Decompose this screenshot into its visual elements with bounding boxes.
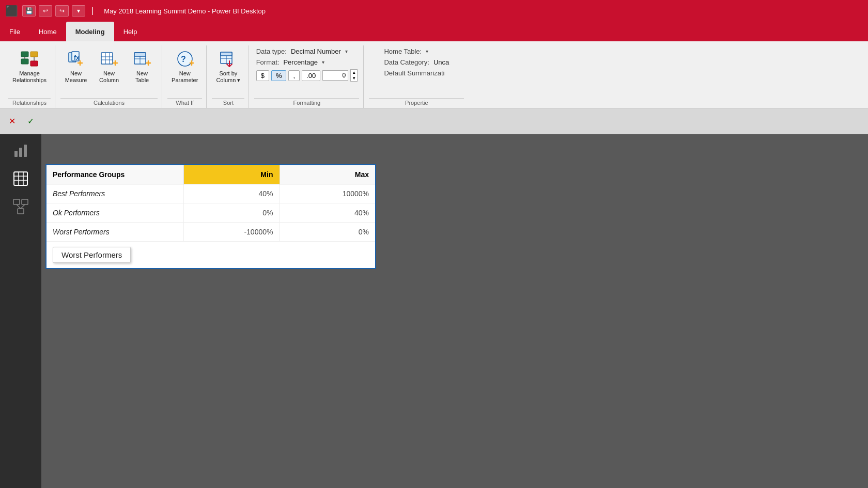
data-category-row: Data Category: Unca: [384, 58, 449, 66]
title-bar: ⬛ 💾 ↩ ↪ ▾ | May 2018 Learning Summit Dem…: [0, 0, 868, 22]
manage-relationships-button[interactable]: ManageRelationships: [8, 48, 51, 86]
formatting-group-label: Formatting: [254, 98, 359, 108]
data-type-arrow[interactable]: ▾: [345, 49, 348, 54]
menu-file[interactable]: File: [0, 22, 29, 41]
table-row: Best Performers 40% 10000%: [47, 184, 375, 203]
data-category-value: Unca: [433, 58, 449, 66]
table-row: Ok Performers 0% 40%: [47, 203, 375, 223]
percent-button[interactable]: %: [271, 70, 287, 81]
properties-group-label: Propertie: [369, 98, 464, 108]
svg-rect-33: [22, 199, 28, 204]
cell-worst-performers-group: Worst Performers: [47, 223, 184, 241]
title-controls[interactable]: 💾 ↩ ↪ ▾: [22, 5, 85, 17]
undo-btn[interactable]: ↩: [39, 5, 52, 17]
cell-ok-performers-min: 0%: [184, 203, 280, 222]
cell-best-performers-group: Best Performers: [47, 184, 184, 203]
new-table-icon: [133, 50, 151, 68]
dropdown-btn[interactable]: ▾: [72, 5, 85, 17]
content-area: Performance Groups Min Max Best Performe…: [41, 134, 868, 488]
sort-by-column-icon: [219, 50, 238, 68]
home-table-label: Home Table:: [384, 48, 422, 55]
window-title: May 2018 Learning Summit Demo - Power BI…: [104, 7, 266, 15]
table-row: Worst Performers -10000% 0%: [47, 223, 375, 242]
svg-line-36: [21, 204, 25, 209]
decimal-input[interactable]: [322, 70, 348, 81]
format-arrow[interactable]: ▾: [322, 59, 324, 65]
data-type-row: Data type: Decimal Number ▾: [256, 48, 358, 55]
col-header-performance-groups: Performance Groups: [47, 165, 184, 184]
ribbon-group-properties: Home Table: ▾ Data Category: Unca Defaul…: [365, 45, 468, 108]
svg-rect-15: [134, 53, 146, 56]
svg-rect-2: [30, 52, 38, 57]
default-summarization-row: Default Summarizati: [384, 69, 449, 77]
svg-rect-5: [30, 61, 38, 66]
svg-text:fx: fx: [74, 54, 80, 61]
comma-button[interactable]: ,: [288, 70, 300, 81]
cell-worst-performers-min: -10000%: [184, 223, 280, 241]
ribbon-group-whatif: ? NewParameter What If: [163, 45, 207, 108]
svg-rect-26: [24, 145, 27, 157]
report-view-icon[interactable]: [8, 138, 33, 163]
currency-button[interactable]: $: [256, 70, 269, 81]
cell-ok-performers-max: 40%: [280, 203, 375, 222]
data-type-label: Data type:: [256, 48, 287, 55]
ribbon-group-relationships: ManageRelationships Relationships: [4, 45, 55, 108]
spinner-down[interactable]: ▼: [351, 75, 357, 81]
new-column-label: NewColumn: [99, 70, 119, 84]
table-header: Performance Groups Min Max: [47, 165, 375, 184]
app-logo: ⬛: [5, 5, 18, 17]
home-table-row: Home Table: ▾: [384, 48, 449, 55]
new-measure-icon: fx: [67, 50, 85, 68]
left-sidebar: [0, 134, 41, 488]
cell-best-performers-min: 40%: [184, 184, 280, 203]
svg-line-35: [17, 204, 21, 209]
new-parameter-icon: ?: [176, 50, 194, 68]
menu-home[interactable]: Home: [29, 22, 66, 41]
format-label: Format:: [256, 58, 280, 66]
new-measure-button[interactable]: fx NewMeasure: [60, 48, 91, 86]
format-buttons-row: $ % , .00 ▲ ▼: [256, 69, 358, 82]
default-summarization-label: Default Summarizati: [384, 69, 444, 77]
calculations-group-label: Calculations: [60, 98, 158, 108]
cell-best-performers-max: 10000%: [280, 184, 375, 203]
formula-confirm-button[interactable]: ✓: [23, 114, 38, 129]
decimal-spinner[interactable]: ▲ ▼: [350, 69, 358, 82]
sort-by-column-button[interactable]: Sort byColumn ▾: [212, 48, 244, 86]
ribbon-group-formatting: Data type: Decimal Number ▾ Format: Perc…: [250, 45, 364, 108]
svg-rect-1: [21, 59, 28, 64]
new-column-button[interactable]: NewColumn: [94, 48, 125, 86]
formula-cancel-button[interactable]: ✕: [4, 114, 20, 129]
col-header-min: Min: [184, 165, 280, 184]
table-footer: Worst Performers: [47, 242, 375, 268]
new-parameter-label: NewParameter: [172, 70, 198, 84]
data-view-icon[interactable]: [8, 166, 33, 191]
sort-by-column-label: Sort byColumn ▾: [216, 70, 240, 84]
menu-help[interactable]: Help: [114, 22, 147, 41]
home-table-arrow[interactable]: ▾: [426, 49, 428, 54]
svg-rect-34: [18, 209, 24, 214]
menu-modeling[interactable]: Modeling: [66, 22, 114, 41]
new-table-label: NewTable: [135, 70, 149, 84]
svg-rect-32: [13, 199, 20, 204]
manage-relationships-label: ManageRelationships: [12, 70, 47, 84]
redo-btn[interactable]: ↪: [55, 5, 69, 17]
new-parameter-button[interactable]: ? NewParameter: [167, 48, 202, 86]
svg-text:?: ?: [181, 55, 186, 64]
data-type-value: Decimal Number: [291, 48, 341, 55]
decimal-button[interactable]: .00: [302, 70, 320, 81]
relationships-group-label: Relationships: [8, 98, 51, 108]
model-view-icon[interactable]: [8, 194, 33, 219]
svg-rect-9: [101, 53, 113, 64]
new-column-icon: [100, 50, 118, 68]
autocomplete-tooltip: Worst Performers: [53, 247, 131, 263]
svg-rect-27: [14, 172, 27, 185]
save-btn[interactable]: 💾: [22, 5, 36, 17]
new-table-button[interactable]: NewTable: [127, 48, 158, 86]
col-header-max: Max: [280, 165, 375, 184]
ribbon-group-calculations: fx NewMeasure: [56, 45, 162, 108]
whatif-group-label: What If: [167, 98, 202, 108]
spinner-up[interactable]: ▲: [351, 70, 357, 75]
svg-rect-25: [19, 148, 22, 157]
performance-groups-table: Performance Groups Min Max Best Performe…: [45, 164, 376, 269]
sort-group-label: Sort: [212, 98, 244, 108]
